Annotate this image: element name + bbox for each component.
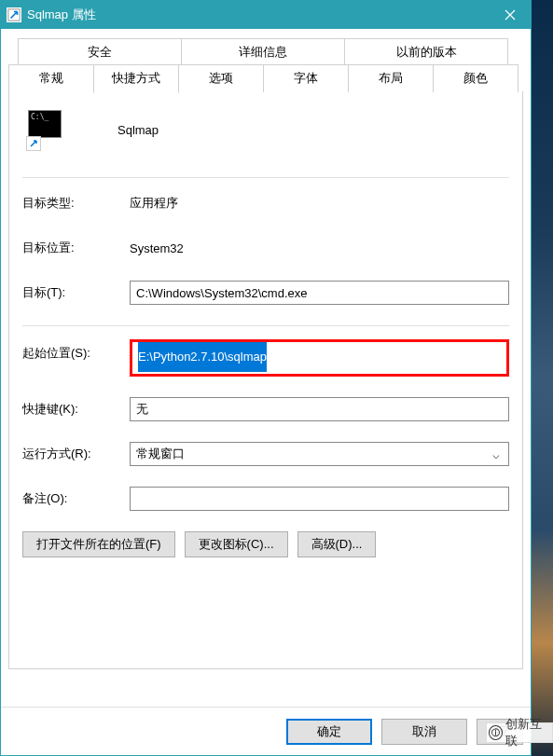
change-icon-button[interactable]: 更改图标(C)...	[185, 531, 288, 557]
target-location-value: System32	[130, 241, 184, 255]
tab-details[interactable]: 详细信息	[181, 38, 345, 65]
divider	[22, 325, 509, 326]
open-file-location-button[interactable]: 打开文件所在的位置(F)	[22, 531, 175, 557]
shortcut-key-label: 快捷键(K):	[22, 401, 130, 418]
watermark-text: 创新互联	[505, 716, 552, 749]
start-in-label: 起始位置(S):	[22, 339, 130, 362]
run-select-value: 常规窗口	[136, 446, 185, 462]
content-area: 安全 详细信息 以前的版本 常规 快捷方式 选项 字体 布局 颜色	[1, 29, 531, 707]
target-input[interactable]	[130, 281, 509, 305]
shortcut-overlay-icon	[26, 136, 41, 151]
shortcut-icon	[7, 7, 21, 22]
target-type-value: 应用程序	[130, 195, 178, 212]
properties-window: Sqlmap 属性 安全 详细信息 以前的版本 常规 快捷方式 选项 字体 布局…	[0, 0, 532, 756]
advanced-button[interactable]: 高级(D)...	[297, 531, 377, 557]
cancel-button[interactable]: 取消	[381, 719, 467, 745]
desktop-background	[532, 0, 553, 756]
chevron-down-icon: ⌵	[490, 447, 503, 461]
start-in-input[interactable]: E:\Python2.7.10\sqlmap	[130, 339, 509, 377]
tab-colors[interactable]: 颜色	[433, 64, 518, 92]
target-location-label: 目标位置:	[22, 240, 130, 256]
target-type-label: 目标类型:	[22, 195, 130, 212]
shortcut-key-input[interactable]	[130, 397, 509, 421]
watermark-logo-icon: ⓘ	[489, 725, 503, 740]
application-name: Sqlmap	[118, 123, 159, 137]
tab-shortcut[interactable]: 快捷方式	[93, 64, 179, 93]
tab-layout[interactable]: 布局	[348, 64, 434, 92]
comment-label: 备注(O):	[22, 490, 130, 507]
close-button[interactable]	[489, 1, 531, 29]
tab-panel-shortcut: Sqlmap 目标类型: 应用程序 目标位置: System32 目标(T):	[8, 91, 523, 669]
application-icon	[28, 110, 67, 149]
dialog-footer: 确定 取消 应	[1, 707, 531, 755]
comment-input[interactable]	[130, 487, 509, 511]
watermark: ⓘ 创新互联	[486, 722, 553, 743]
tab-options[interactable]: 选项	[178, 64, 264, 92]
tab-security[interactable]: 安全	[18, 38, 182, 65]
tab-previous-versions[interactable]: 以前的版本	[344, 38, 508, 65]
run-select[interactable]: 常规窗口 ⌵	[130, 442, 509, 466]
window-title: Sqlmap 属性	[27, 7, 489, 23]
ok-button[interactable]: 确定	[286, 719, 372, 745]
tab-font[interactable]: 字体	[263, 64, 349, 92]
titlebar[interactable]: Sqlmap 属性	[1, 1, 531, 29]
tab-strip: 安全 详细信息 以前的版本 常规 快捷方式 选项 字体 布局 颜色	[8, 38, 523, 669]
target-label: 目标(T):	[22, 284, 130, 301]
tab-general[interactable]: 常规	[8, 64, 94, 92]
run-label: 运行方式(R):	[22, 446, 130, 462]
divider	[22, 177, 509, 178]
